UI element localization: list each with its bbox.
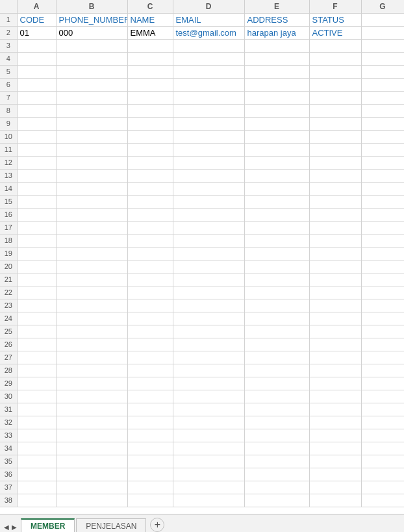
table-row[interactable]: 16 — [0, 208, 404, 221]
cell-19-B[interactable] — [56, 247, 127, 260]
col-header-a[interactable]: A — [17, 0, 56, 13]
cell-4-A[interactable] — [17, 52, 56, 65]
cell-20-G[interactable] — [361, 260, 404, 273]
cell-32-A[interactable] — [17, 416, 56, 429]
cell-16-E[interactable] — [244, 208, 309, 221]
cell-19-G[interactable] — [361, 247, 404, 260]
table-row[interactable]: 28 — [0, 364, 404, 377]
cell-35-G[interactable] — [361, 455, 404, 468]
cell-27-C[interactable] — [127, 351, 173, 364]
cell-24-A[interactable] — [17, 312, 56, 325]
cell-22-C[interactable] — [127, 286, 173, 299]
cell-27-E[interactable] — [244, 351, 309, 364]
cell-6-G[interactable] — [361, 78, 404, 91]
cell-31-B[interactable] — [56, 403, 127, 416]
cell-1-C[interactable]: NAME — [127, 13, 173, 26]
table-row[interactable]: 201000EMMAtest@gmail.comharapan jayaACTI… — [0, 26, 404, 39]
cell-30-A[interactable] — [17, 390, 56, 403]
cell-4-C[interactable] — [127, 52, 173, 65]
cell-8-G[interactable] — [361, 104, 404, 117]
cell-11-A[interactable] — [17, 143, 56, 156]
cell-21-F[interactable] — [309, 273, 361, 286]
col-header-e[interactable]: E — [244, 0, 309, 13]
cell-34-B[interactable] — [56, 442, 127, 455]
table-row[interactable]: 35 — [0, 455, 404, 468]
cell-3-F[interactable] — [309, 39, 361, 52]
cell-32-D[interactable] — [173, 416, 244, 429]
cell-7-C[interactable] — [127, 91, 173, 104]
cell-30-C[interactable] — [127, 390, 173, 403]
cell-23-D[interactable] — [173, 299, 244, 312]
cell-13-D[interactable] — [173, 169, 244, 182]
cell-29-C[interactable] — [127, 377, 173, 390]
cell-32-G[interactable] — [361, 416, 404, 429]
cell-14-B[interactable] — [56, 182, 127, 195]
cell-12-G[interactable] — [361, 156, 404, 169]
cell-25-E[interactable] — [244, 325, 309, 338]
cell-22-F[interactable] — [309, 286, 361, 299]
cell-10-A[interactable] — [17, 130, 56, 143]
cell-3-G[interactable] — [361, 39, 404, 52]
cell-34-C[interactable] — [127, 442, 173, 455]
cell-12-E[interactable] — [244, 156, 309, 169]
cell-33-B[interactable] — [56, 429, 127, 442]
table-row[interactable]: 26 — [0, 338, 404, 351]
table-row[interactable]: 13 — [0, 169, 404, 182]
cell-7-G[interactable] — [361, 91, 404, 104]
cell-25-D[interactable] — [173, 325, 244, 338]
cell-33-F[interactable] — [309, 429, 361, 442]
table-row[interactable]: 15 — [0, 195, 404, 208]
cell-25-B[interactable] — [56, 325, 127, 338]
cell-25-C[interactable] — [127, 325, 173, 338]
cell-14-F[interactable] — [309, 182, 361, 195]
cell-14-C[interactable] — [127, 182, 173, 195]
cell-27-D[interactable] — [173, 351, 244, 364]
cell-20-B[interactable] — [56, 260, 127, 273]
cell-4-F[interactable] — [309, 52, 361, 65]
cell-24-E[interactable] — [244, 312, 309, 325]
cell-27-B[interactable] — [56, 351, 127, 364]
cell-15-D[interactable] — [173, 195, 244, 208]
cell-1-D[interactable]: EMAIL — [173, 13, 244, 26]
cell-21-E[interactable] — [244, 273, 309, 286]
cell-34-E[interactable] — [244, 442, 309, 455]
cell-11-B[interactable] — [56, 143, 127, 156]
cell-8-E[interactable] — [244, 104, 309, 117]
cell-15-E[interactable] — [244, 195, 309, 208]
cell-29-G[interactable] — [361, 377, 404, 390]
table-row[interactable]: 29 — [0, 377, 404, 390]
cell-19-D[interactable] — [173, 247, 244, 260]
cell-6-A[interactable] — [17, 78, 56, 91]
cell-1-G[interactable] — [361, 13, 404, 26]
cell-9-A[interactable] — [17, 117, 56, 130]
cell-12-F[interactable] — [309, 156, 361, 169]
cell-31-E[interactable] — [244, 403, 309, 416]
cell-15-C[interactable] — [127, 195, 173, 208]
cell-38-G[interactable] — [361, 494, 404, 507]
cell-32-B[interactable] — [56, 416, 127, 429]
cell-37-G[interactable] — [361, 481, 404, 494]
cell-38-D[interactable] — [173, 494, 244, 507]
cell-16-F[interactable] — [309, 208, 361, 221]
cell-9-E[interactable] — [244, 117, 309, 130]
cell-31-F[interactable] — [309, 403, 361, 416]
cell-22-G[interactable] — [361, 286, 404, 299]
cell-5-A[interactable] — [17, 65, 56, 78]
cell-15-G[interactable] — [361, 195, 404, 208]
cell-6-D[interactable] — [173, 78, 244, 91]
cell-9-B[interactable] — [56, 117, 127, 130]
cell-29-D[interactable] — [173, 377, 244, 390]
cell-26-B[interactable] — [56, 338, 127, 351]
table-row[interactable]: 23 — [0, 299, 404, 312]
cell-2-C[interactable]: EMMA — [127, 26, 173, 39]
cell-4-B[interactable] — [56, 52, 127, 65]
cell-14-E[interactable] — [244, 182, 309, 195]
cell-19-E[interactable] — [244, 247, 309, 260]
cell-37-D[interactable] — [173, 481, 244, 494]
cell-37-C[interactable] — [127, 481, 173, 494]
cell-18-G[interactable] — [361, 234, 404, 247]
cell-24-C[interactable] — [127, 312, 173, 325]
cell-25-G[interactable] — [361, 325, 404, 338]
cell-17-F[interactable] — [309, 221, 361, 234]
cell-5-G[interactable] — [361, 65, 404, 78]
